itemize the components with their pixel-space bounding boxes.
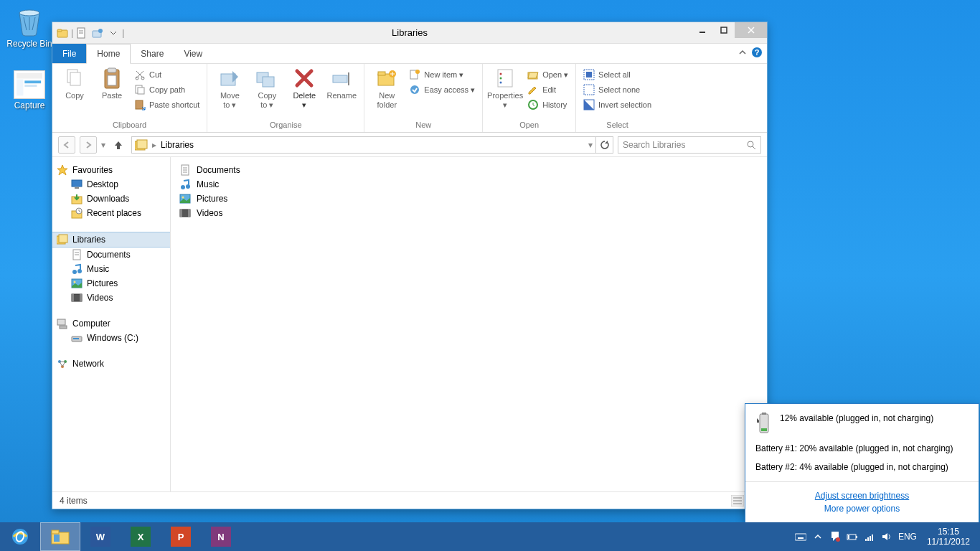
capture-file[interactable]: Capture bbox=[4, 70, 55, 110]
history-button[interactable]: History bbox=[526, 98, 570, 111]
sidebar-documents[interactable]: Documents bbox=[52, 248, 170, 262]
cut-button[interactable]: Cut bbox=[133, 68, 201, 81]
sidebar-videos[interactable]: Videos bbox=[52, 291, 170, 305]
tray-language[interactable]: ENG bbox=[898, 532, 917, 542]
address-dropdown-icon[interactable]: ▾ bbox=[588, 140, 593, 150]
easy-access-button[interactable]: Easy access ▾ bbox=[407, 83, 476, 96]
tab-view[interactable]: View bbox=[174, 44, 212, 63]
open-button[interactable]: Open ▾ bbox=[526, 68, 570, 81]
svg-point-61 bbox=[72, 270, 77, 274]
address-bar[interactable]: ▸ Libraries ▾ bbox=[131, 136, 596, 154]
tray-action-center-icon[interactable] bbox=[829, 531, 841, 542]
sidebar-windows-c[interactable]: Windows (C:) bbox=[52, 331, 170, 345]
paste-shortcut-button[interactable]: Paste shortcut bbox=[133, 98, 201, 111]
svg-point-109 bbox=[836, 537, 840, 542]
item-pictures[interactable]: Pictures bbox=[179, 192, 758, 206]
content-pane[interactable]: Documents Music Pictures Videos bbox=[171, 157, 767, 491]
sidebar-libraries[interactable]: Libraries bbox=[52, 232, 170, 248]
copy-button[interactable]: Copy bbox=[58, 67, 91, 100]
battery-summary: 12% available (plugged in, not charging) bbox=[780, 413, 933, 435]
more-power-options-link[interactable]: More power options bbox=[755, 502, 969, 515]
taskbar-ie[interactable] bbox=[0, 522, 40, 551]
sidebar-network[interactable]: Network bbox=[52, 357, 170, 371]
taskbar-explorer[interactable] bbox=[40, 522, 80, 551]
sidebar-computer[interactable]: Computer bbox=[52, 316, 170, 331]
group-select-label: Select bbox=[582, 119, 653, 131]
up-button[interactable] bbox=[110, 136, 127, 154]
svg-point-39 bbox=[500, 77, 502, 80]
svg-rect-96 bbox=[762, 413, 766, 415]
breadcrumb-libraries[interactable]: Libraries bbox=[161, 140, 194, 150]
desktop-icon bbox=[71, 179, 83, 190]
item-music[interactable]: Music bbox=[179, 177, 758, 192]
sidebar-favourites[interactable]: Favourites bbox=[52, 163, 170, 177]
tab-home[interactable]: Home bbox=[86, 44, 131, 64]
svg-point-82 bbox=[182, 197, 184, 199]
taskbar-excel[interactable]: X bbox=[121, 522, 161, 551]
svg-rect-103 bbox=[795, 534, 806, 540]
svg-rect-45 bbox=[584, 85, 594, 95]
tray-volume-icon[interactable] bbox=[881, 531, 892, 542]
copy-path-button[interactable]: Copy path bbox=[133, 83, 201, 96]
forward-button[interactable] bbox=[80, 136, 97, 154]
rename-button[interactable]: Rename bbox=[325, 67, 358, 100]
new-item-button[interactable]: New item ▾ bbox=[407, 68, 476, 81]
capture-label: Capture bbox=[14, 100, 45, 110]
ribbon-collapse-icon[interactable] bbox=[738, 48, 747, 57]
sidebar-recent[interactable]: Recent places bbox=[52, 206, 170, 220]
search-icon bbox=[746, 140, 756, 150]
minimize-button[interactable] bbox=[692, 22, 713, 38]
sidebar-downloads[interactable]: Downloads bbox=[52, 192, 170, 206]
group-new-label: New bbox=[370, 119, 476, 131]
edit-button[interactable]: Edit bbox=[526, 83, 570, 96]
item-videos[interactable]: Videos bbox=[179, 206, 758, 220]
tray-chevron-icon[interactable] bbox=[812, 531, 824, 542]
copy-to-button[interactable]: Copy to ▾ bbox=[250, 67, 283, 109]
easy-access-icon bbox=[409, 84, 420, 95]
qat-folder-icon[interactable] bbox=[55, 26, 70, 40]
back-button[interactable] bbox=[58, 136, 75, 154]
recent-dropdown-icon[interactable]: ▾ bbox=[101, 140, 105, 150]
select-all-button[interactable]: Select all bbox=[582, 68, 653, 81]
tray-wifi-icon[interactable] bbox=[864, 531, 875, 542]
refresh-button[interactable] bbox=[596, 136, 613, 154]
group-organise-label: Organise bbox=[213, 119, 358, 131]
svg-rect-97 bbox=[761, 428, 767, 431]
titlebar[interactable]: | | Libraries bbox=[52, 22, 767, 44]
battery-1-status: Battery #1: 20% available (plugged in, n… bbox=[755, 443, 969, 454]
close-button[interactable] bbox=[735, 22, 767, 38]
battery-icon bbox=[755, 413, 773, 435]
adjust-brightness-link[interactable]: Adjust screen brightness bbox=[755, 489, 969, 502]
new-folder-button[interactable]: New folder bbox=[370, 67, 403, 109]
sidebar-pictures[interactable]: Pictures bbox=[52, 276, 170, 291]
invert-selection-button[interactable]: Invert selection bbox=[582, 98, 653, 111]
delete-button[interactable]: Delete ▾ bbox=[288, 67, 321, 109]
svg-rect-44 bbox=[586, 72, 592, 77]
properties-button[interactable]: Properties ▾ bbox=[489, 67, 522, 109]
taskbar-word[interactable]: W bbox=[80, 522, 121, 551]
libraries-icon bbox=[57, 234, 68, 245]
qat-dropdown-icon[interactable] bbox=[106, 26, 121, 40]
view-details-icon[interactable] bbox=[731, 495, 744, 507]
computer-icon bbox=[57, 318, 68, 329]
tab-share[interactable]: Share bbox=[131, 44, 174, 63]
select-none-button[interactable]: Select none bbox=[582, 83, 653, 96]
sidebar-desktop[interactable]: Desktop bbox=[52, 177, 170, 192]
qat-properties-icon[interactable] bbox=[75, 26, 89, 40]
qat-newfolder-icon[interactable] bbox=[90, 26, 105, 40]
tray-clock[interactable]: 15:15 11/11/2012 bbox=[923, 527, 974, 547]
taskbar-onenote[interactable]: N bbox=[201, 522, 241, 551]
item-documents[interactable]: Documents bbox=[179, 163, 758, 177]
maximize-button[interactable] bbox=[713, 22, 735, 38]
paste-button[interactable]: Paste bbox=[95, 67, 128, 100]
sidebar-music[interactable]: Music bbox=[52, 262, 170, 276]
move-to-button[interactable]: Move to ▾ bbox=[213, 67, 246, 109]
search-input[interactable]: Search Libraries bbox=[618, 136, 761, 154]
help-icon[interactable]: ? bbox=[751, 47, 763, 58]
tray-keyboard-icon[interactable] bbox=[795, 531, 806, 542]
tab-file[interactable]: File bbox=[52, 44, 86, 63]
svg-rect-6 bbox=[57, 29, 62, 32]
recycle-bin[interactable]: Recycle Bin bbox=[4, 3, 55, 49]
tray-battery-icon[interactable] bbox=[847, 531, 858, 542]
taskbar-powerpoint[interactable]: P bbox=[161, 522, 201, 551]
